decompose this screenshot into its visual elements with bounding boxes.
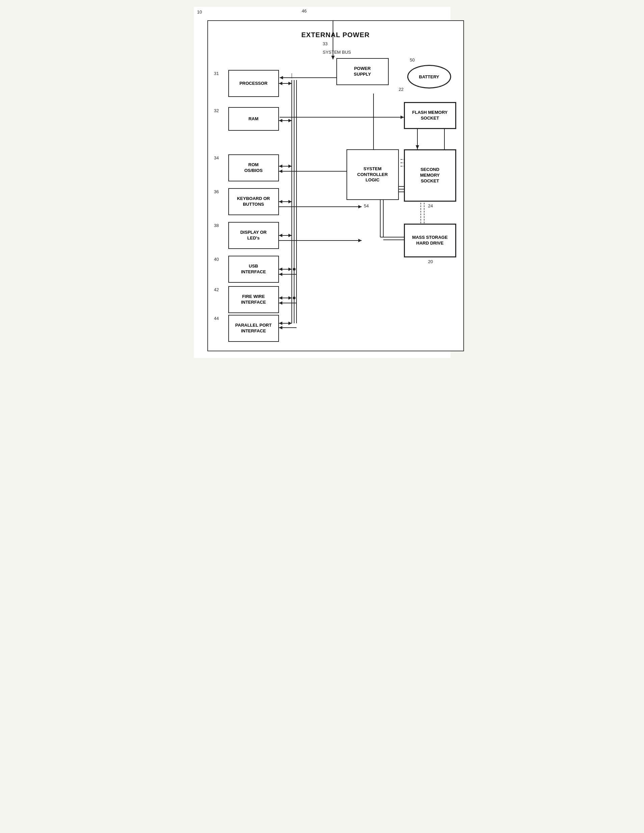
ram-block: RAM xyxy=(228,107,279,131)
display-block: DISPLAY ORLED's xyxy=(228,222,279,249)
svg-marker-58 xyxy=(288,296,292,300)
ref-20: 20 xyxy=(428,259,433,264)
svg-point-54 xyxy=(293,268,296,270)
svg-marker-29 xyxy=(358,205,362,208)
ref-44: 44 xyxy=(214,316,219,321)
svg-point-60 xyxy=(293,297,296,299)
ref-46: 46 xyxy=(302,8,307,13)
ref-36: 36 xyxy=(214,189,219,194)
ref-22: 22 xyxy=(399,87,403,92)
usb-block: USBINTERFACE xyxy=(228,256,279,283)
svg-marker-7 xyxy=(279,82,282,85)
ref-24: 24 xyxy=(428,203,433,208)
processor-block: PROCESSOR xyxy=(228,70,279,97)
second-memory-block: SECONDMEMORYSOCKET xyxy=(404,149,456,202)
keyboard-block: KEYBOARD ORBUTTONS xyxy=(228,188,279,215)
power-supply-block: POWERSUPPLY xyxy=(336,58,389,85)
svg-marker-34 xyxy=(358,239,362,242)
svg-marker-31 xyxy=(288,234,292,237)
svg-marker-62 xyxy=(279,301,282,305)
svg-marker-56 xyxy=(279,273,282,276)
system-bus-label2: 33 xyxy=(323,41,328,46)
svg-marker-12 xyxy=(279,119,282,122)
svg-marker-21 xyxy=(279,164,282,168)
svg-marker-6 xyxy=(288,82,292,85)
mass-storage-block: MASS STORAGEHARD DRIVE xyxy=(404,224,456,257)
ref-32: 32 xyxy=(214,108,219,113)
parallel-block: PARALLEL PORTINTERFACE xyxy=(228,315,279,342)
ref-33: SYSTEM BUS xyxy=(323,50,351,55)
svg-marker-20 xyxy=(288,164,292,168)
ref-31: 31 xyxy=(214,71,219,76)
battery-block: BATTERY xyxy=(407,65,451,88)
svg-marker-52 xyxy=(288,267,292,271)
svg-marker-65 xyxy=(279,322,282,325)
ref-54: 54 xyxy=(364,203,369,208)
svg-marker-18 xyxy=(416,145,419,149)
svg-marker-59 xyxy=(279,296,282,300)
diagram-title: EXTERNAL POWER xyxy=(301,31,370,39)
diagram-area: EXTERNAL POWER PROCESSOR 31 RAM 32 ROMOS… xyxy=(207,20,464,351)
svg-marker-27 xyxy=(279,200,282,203)
svg-marker-14 xyxy=(400,116,404,119)
firewire-block: FIRE WIREINTERFACE xyxy=(228,286,279,313)
ref-42: 42 xyxy=(214,287,219,292)
ref-38: 38 xyxy=(214,223,219,228)
ref-40: 40 xyxy=(214,257,219,262)
ref-34: 34 xyxy=(214,155,219,161)
svg-marker-9 xyxy=(279,76,283,79)
svg-marker-67 xyxy=(279,326,282,330)
ref-10: 10 xyxy=(197,10,202,14)
svg-marker-11 xyxy=(288,119,292,122)
flash-memory-block: FLASH MEMORYSOCKET xyxy=(404,102,456,129)
svg-marker-53 xyxy=(279,267,282,271)
ref-50: 50 xyxy=(410,58,415,63)
svg-marker-24 xyxy=(279,170,282,173)
svg-marker-26 xyxy=(288,200,292,203)
system-controller-block: SYSTEMCONTROLLERLOGIC xyxy=(347,149,399,200)
svg-marker-32 xyxy=(279,234,282,237)
svg-marker-1 xyxy=(331,56,335,60)
svg-marker-64 xyxy=(288,322,292,325)
rom-block: ROMOS/BIOS xyxy=(228,154,279,182)
